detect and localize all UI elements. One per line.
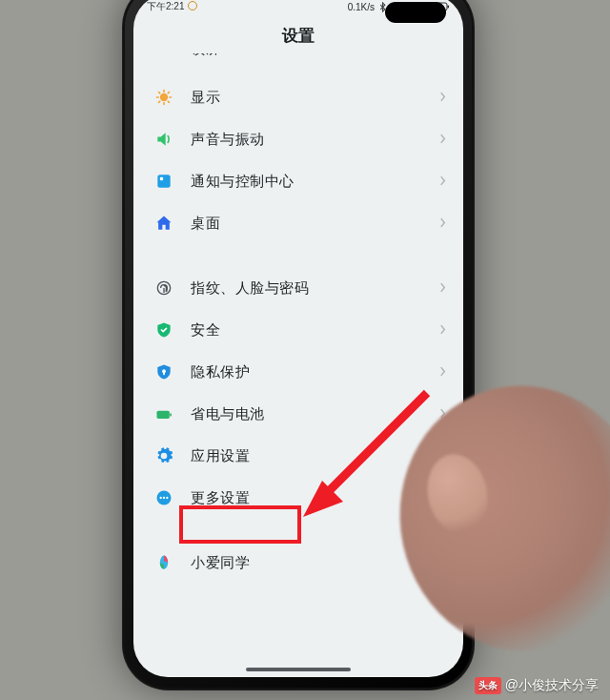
chevron-right-icon xyxy=(439,281,446,296)
privacy-shield-icon xyxy=(154,362,173,381)
sun-icon xyxy=(154,88,173,107)
row-label: 安全 xyxy=(191,321,439,340)
row-label: 省电与电池 xyxy=(191,405,439,423)
watermark: 头条 @小俊技术分享 xyxy=(475,677,599,694)
svg-rect-10 xyxy=(163,372,165,375)
speaker-icon xyxy=(154,130,173,149)
row-privacy[interactable]: 隐私保护 xyxy=(133,351,463,393)
lockscreen-icon xyxy=(154,53,173,57)
chevron-right-icon xyxy=(439,407,446,422)
row-apps[interactable]: 应用设置 xyxy=(133,435,463,477)
svg-point-16 xyxy=(166,497,168,499)
row-sound[interactable]: 声音与振动 xyxy=(133,118,463,160)
row-label: 更多设置 xyxy=(191,489,439,507)
xiaoai-icon xyxy=(154,553,173,572)
section-gap xyxy=(133,519,463,542)
row-label: 小爱同学 xyxy=(191,554,439,572)
control-center-icon xyxy=(154,172,173,191)
svg-rect-3 xyxy=(448,6,450,9)
row-label: 显示 xyxy=(191,89,439,107)
camera-cutout xyxy=(385,2,446,23)
row-battery[interactable]: 省电与电池 xyxy=(133,393,463,435)
chevron-right-icon xyxy=(439,133,446,147)
chevron-right-icon xyxy=(439,175,446,189)
phone-frame: 下午2:21 0.1K/s 77 xyxy=(122,0,475,690)
svg-rect-7 xyxy=(160,177,163,180)
more-icon xyxy=(154,488,173,507)
row-security[interactable]: 安全 xyxy=(133,309,463,351)
row-label: 指纹、人脸与密码 xyxy=(191,279,439,298)
chevron-right-icon xyxy=(439,53,446,54)
svg-point-14 xyxy=(160,497,162,499)
row-label: 锁屏 xyxy=(191,53,439,58)
row-label: 桌面 xyxy=(191,215,439,233)
row-biometrics[interactable]: 指纹、人脸与密码 xyxy=(133,267,463,309)
status-time: 下午2:21 xyxy=(147,0,197,13)
status-net-speed: 0.1K/s xyxy=(348,2,375,12)
home-icon xyxy=(154,214,173,233)
chevron-right-icon xyxy=(439,91,446,105)
gesture-bar[interactable] xyxy=(246,668,351,671)
chevron-right-icon xyxy=(439,491,446,505)
chevron-right-icon xyxy=(439,449,446,463)
fingerprint-icon xyxy=(154,278,173,298)
chevron-right-icon xyxy=(439,323,446,338)
phone-screen: 下午2:21 0.1K/s 77 xyxy=(133,0,463,677)
chevron-right-icon xyxy=(439,216,446,231)
shield-icon xyxy=(154,320,173,340)
watermark-tag: 头条 xyxy=(475,677,501,694)
watermark-text: @小俊技术分享 xyxy=(505,677,599,694)
row-label: 应用设置 xyxy=(191,447,439,465)
settings-list[interactable]: 锁屏 显示 声音与振动 通知与控制中心 桌面 xyxy=(133,53,463,677)
row-label: 通知与控制中心 xyxy=(191,173,439,191)
section-gap xyxy=(133,244,463,267)
battery-save-icon xyxy=(154,404,173,423)
svg-rect-6 xyxy=(157,175,170,187)
row-notifications[interactable]: 通知与控制中心 xyxy=(133,160,463,202)
row-more-settings[interactable]: 更多设置 xyxy=(133,477,463,519)
row-label: 声音与振动 xyxy=(191,131,439,149)
page-title: 设置 xyxy=(133,25,463,47)
gear-icon xyxy=(154,446,173,465)
row-display[interactable]: 显示 xyxy=(133,76,463,118)
row-label: 隐私保护 xyxy=(191,363,439,381)
svg-rect-11 xyxy=(157,411,170,419)
chevron-right-icon xyxy=(439,365,446,380)
row-xiaoai[interactable]: 小爱同学 xyxy=(133,542,463,584)
svg-point-15 xyxy=(163,497,165,499)
row-home[interactable]: 桌面 xyxy=(133,202,463,244)
row-lockscreen[interactable]: 锁屏 xyxy=(133,53,463,76)
chevron-right-icon xyxy=(439,556,446,570)
svg-rect-12 xyxy=(170,413,172,416)
svg-point-5 xyxy=(161,94,168,101)
